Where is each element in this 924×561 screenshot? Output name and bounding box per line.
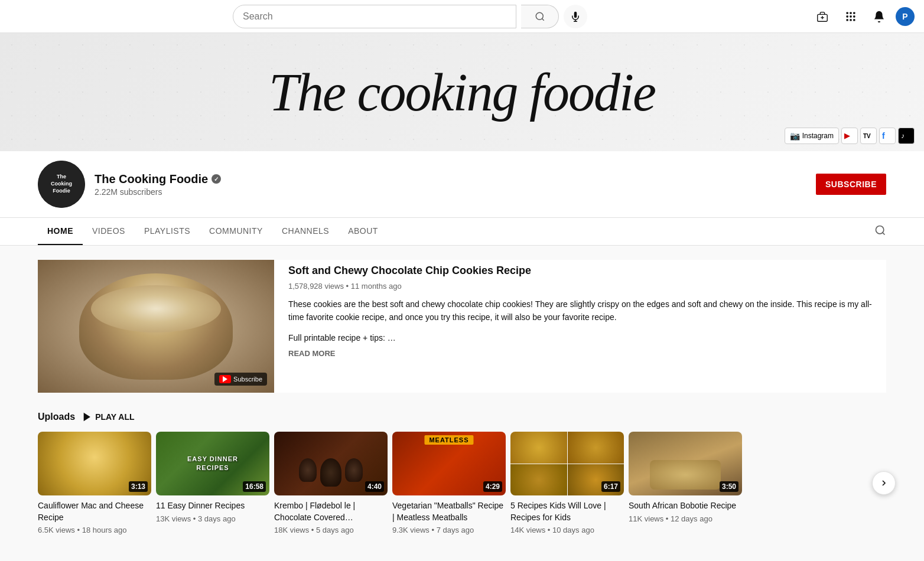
svg-line-1 bbox=[542, 18, 544, 20]
play-all-button[interactable]: PLAY ALL bbox=[82, 412, 134, 422]
video-meta-0: 6.5K views • 18 hours ago bbox=[38, 526, 151, 534]
featured-extra: Full printable recipe + tips: … bbox=[288, 331, 886, 344]
featured-views: 1,578,928 views bbox=[288, 282, 344, 291]
channel-name: The Cooking Foodie ✓ bbox=[95, 172, 816, 186]
create-button[interactable] bbox=[811, 5, 834, 28]
video-thumb-5[interactable]: 3:50 bbox=[629, 432, 742, 495]
featured-video-title: Soft and Chewy Chocolate Chip Cookies Re… bbox=[288, 265, 886, 277]
notifications-button[interactable] bbox=[867, 5, 891, 28]
svg-rect-11 bbox=[850, 15, 851, 17]
search-bar bbox=[233, 5, 516, 28]
featured-video: Subscribe Soft and Chewy Chocolate Chip … bbox=[38, 260, 886, 393]
channel-text: The Cooking Foodie ✓ 2.22M subscribers bbox=[95, 172, 816, 197]
duration-badge-5: 3:50 bbox=[720, 481, 738, 492]
svg-rect-8 bbox=[850, 12, 851, 14]
video-grid: 3:13 Cauliflower Mac and Cheese Recipe 6… bbox=[38, 432, 886, 534]
channel-avatar-inner: TheCookingFoodie bbox=[38, 161, 85, 208]
duration-badge-0: 3:13 bbox=[129, 481, 148, 492]
tab-about[interactable]: ABOUT bbox=[339, 218, 388, 245]
video-title-5: South African Bobotie Recipe bbox=[629, 500, 742, 512]
channel-banner: The cooking foodie 📷 Instagram ▶ TV f ♪ bbox=[0, 33, 924, 151]
header-right: P bbox=[811, 5, 915, 28]
header-center bbox=[233, 5, 587, 28]
search-button[interactable] bbox=[521, 5, 559, 28]
tab-home[interactable]: HOME bbox=[38, 218, 83, 245]
svg-rect-14 bbox=[850, 19, 851, 21]
tab-community[interactable]: COMMUNITY bbox=[200, 218, 272, 245]
video-thumb-0[interactable]: 3:13 bbox=[38, 432, 151, 495]
featured-video-meta: 1,578,928 views • 11 months ago bbox=[288, 282, 886, 291]
tab-videos[interactable]: VIDEOS bbox=[83, 218, 135, 245]
svg-rect-9 bbox=[853, 12, 855, 14]
search-input[interactable] bbox=[243, 11, 506, 22]
tiktok-link[interactable]: ♪ bbox=[898, 128, 915, 144]
svg-marker-18 bbox=[84, 413, 89, 420]
header: P bbox=[0, 0, 924, 33]
extra-link[interactable]: TV bbox=[860, 128, 877, 144]
video-card-1[interactable]: EASY DINNERRECIPES 16:58 11 Easy Dinner … bbox=[156, 432, 269, 534]
svg-rect-15 bbox=[853, 19, 855, 21]
svg-point-0 bbox=[536, 12, 543, 19]
svg-line-17 bbox=[883, 232, 885, 234]
channel-name-text: The Cooking Foodie bbox=[95, 172, 208, 186]
video-card-2[interactable]: 4:40 Krembo | Flødebol le | Chocolate Co… bbox=[274, 432, 388, 534]
video-card-3[interactable]: MEATLESS 4:29 Vegetarian "Meatballs" Rec… bbox=[392, 432, 506, 534]
uploads-section-header: Uploads PLAY ALL bbox=[38, 412, 886, 422]
mic-button[interactable] bbox=[564, 5, 587, 28]
video-card-5[interactable]: 3:50 South African Bobotie Recipe 11K vi… bbox=[629, 432, 742, 534]
instagram-link[interactable]: 📷 Instagram bbox=[785, 128, 839, 144]
dinner-overlay: EASY DINNERRECIPES bbox=[187, 455, 238, 473]
avatar[interactable]: P bbox=[896, 7, 915, 26]
featured-info: Soft and Chewy Chocolate Chip Cookies Re… bbox=[288, 260, 886, 393]
next-arrow-button[interactable] bbox=[872, 471, 896, 495]
video-meta-5: 11K views • 12 days ago bbox=[629, 514, 742, 523]
play-all-label: PLAY ALL bbox=[95, 412, 134, 422]
channel-avatar: TheCookingFoodie bbox=[38, 161, 85, 208]
duration-badge-2: 4:40 bbox=[365, 481, 384, 492]
video-meta-4: 14K views • 10 days ago bbox=[510, 526, 624, 534]
video-title-2: Krembo | Flødebol le | Chocolate Covered… bbox=[274, 500, 388, 523]
verified-badge: ✓ bbox=[212, 174, 221, 184]
channel-tabs: HOME VIDEOS PLAYLISTS COMMUNITY CHANNELS… bbox=[0, 218, 924, 246]
subscribe-button[interactable]: SUBSCRIBE bbox=[816, 174, 886, 195]
uploads-title: Uploads bbox=[38, 412, 75, 422]
video-title-0: Cauliflower Mac and Cheese Recipe bbox=[38, 500, 151, 523]
apps-button[interactable] bbox=[839, 5, 863, 28]
svg-point-16 bbox=[876, 226, 884, 233]
facebook-link[interactable]: f bbox=[879, 128, 896, 144]
svg-rect-7 bbox=[847, 12, 848, 14]
video-thumb-4[interactable]: 6:17 bbox=[510, 432, 624, 495]
video-grid-wrapper: 3:13 Cauliflower Mac and Cheese Recipe 6… bbox=[38, 432, 886, 534]
read-more-button[interactable]: READ MORE bbox=[288, 349, 886, 358]
subscriber-count: 2.22M subscribers bbox=[95, 187, 816, 197]
featured-age: 11 months ago bbox=[351, 282, 402, 291]
channel-search-icon[interactable] bbox=[874, 224, 886, 239]
youtube-link[interactable]: ▶ bbox=[841, 128, 858, 144]
yt-logo bbox=[219, 375, 231, 383]
featured-thumbnail[interactable]: Subscribe bbox=[38, 260, 274, 393]
banner-title: The cooking foodie bbox=[269, 62, 655, 123]
video-meta-2: 18K views • 5 days ago bbox=[274, 526, 388, 534]
video-thumb-2[interactable]: 4:40 bbox=[274, 432, 388, 495]
tab-channels[interactable]: CHANNELS bbox=[272, 218, 339, 245]
channel-info: TheCookingFoodie The Cooking Foodie ✓ 2.… bbox=[0, 151, 924, 218]
video-title-4: 5 Recipes Kids Will Love | Recipes for K… bbox=[510, 500, 624, 523]
youtube-logo-overlay: Subscribe bbox=[214, 373, 267, 386]
video-title-3: Vegetarian "Meatballs" Recipe | Meatless… bbox=[392, 500, 506, 523]
main-content: Subscribe Soft and Chewy Chocolate Chip … bbox=[0, 246, 924, 549]
duration-badge-3: 4:29 bbox=[483, 481, 502, 492]
video-thumb-3[interactable]: MEATLESS 4:29 bbox=[392, 432, 506, 495]
svg-rect-12 bbox=[853, 15, 855, 17]
banner-social: 📷 Instagram ▶ TV f ♪ bbox=[785, 128, 915, 144]
video-meta-3: 9.3K views • 7 days ago bbox=[392, 526, 506, 534]
video-meta-1: 13K views • 3 days ago bbox=[156, 514, 269, 523]
duration-badge-4: 6:17 bbox=[601, 481, 620, 492]
video-card-4[interactable]: 6:17 5 Recipes Kids Will Love | Recipes … bbox=[510, 432, 624, 534]
tab-playlists[interactable]: PLAYLISTS bbox=[135, 218, 200, 245]
svg-rect-13 bbox=[847, 19, 848, 21]
video-thumb-1[interactable]: EASY DINNERRECIPES 16:58 bbox=[156, 432, 269, 495]
video-card-0[interactable]: 3:13 Cauliflower Mac and Cheese Recipe 6… bbox=[38, 432, 151, 534]
video-title-1: 11 Easy Dinner Recipes bbox=[156, 500, 269, 512]
svg-rect-10 bbox=[847, 15, 848, 17]
featured-description: These cookies are the best soft and chew… bbox=[288, 298, 886, 324]
